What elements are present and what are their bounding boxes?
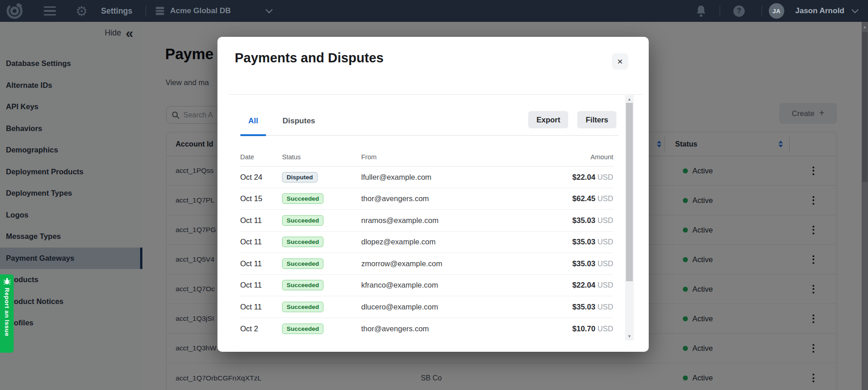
scroll-up-arrow-icon[interactable]: ▲ (862, 25, 868, 29)
cell-amount: $35.03 (572, 303, 595, 311)
cell-from: zmorrow@example.com (361, 259, 540, 268)
page-scrollbar-thumb[interactable] (862, 32, 868, 182)
cell-from: nramos@example.com (361, 216, 540, 225)
status-badge: Succeeded (282, 258, 323, 269)
modal-scroll-region: All Disputes Export Filters Date Status … (228, 94, 642, 340)
active-tab-underline (240, 134, 266, 136)
cell-amount: $10.70 (572, 324, 595, 333)
payment-row[interactable]: Oct 11 Succeeded nramos@example.com $35.… (240, 210, 613, 232)
cell-amount: $35.03 (572, 238, 595, 246)
cell-from: thor@avengers.com (361, 194, 540, 203)
database-selector[interactable]: Acme Global DB (170, 0, 231, 22)
topbar-divider (762, 5, 762, 16)
cell-date: Oct 11 (240, 238, 282, 246)
scroll-down-arrow-icon[interactable]: ▼ (625, 334, 634, 339)
cell-currency: USD (597, 216, 613, 224)
status-badge: Succeeded (282, 280, 323, 290)
user-menu-chevron-icon[interactable] (853, 0, 858, 22)
hamburger-menu-icon[interactable] (44, 0, 56, 22)
tab-disputes-label: Disputes (283, 116, 315, 126)
column-header-date: Date (240, 153, 282, 161)
scroll-up-arrow-icon[interactable]: ▲ (625, 97, 634, 101)
cell-currency: USD (597, 281, 613, 289)
filters-button[interactable]: Filters (577, 111, 616, 128)
cell-currency: USD (597, 238, 613, 246)
help-glyph: ? (733, 5, 745, 17)
cell-date: Oct 2 (240, 324, 282, 333)
cell-currency: USD (597, 173, 613, 181)
topbar-divider (146, 5, 146, 16)
column-header-from: From (361, 153, 540, 161)
cell-from: thor@avengers.com (361, 324, 540, 333)
tab-all[interactable]: All (240, 106, 266, 135)
payments-table-header: Date Status From Amount (240, 147, 613, 167)
topbar-settings-label: Settings (101, 0, 132, 22)
topbar-divider (720, 5, 720, 16)
status-badge: Succeeded (282, 237, 323, 247)
cell-from: dlopez@example.com (361, 238, 540, 246)
payment-row[interactable]: Oct 11 Succeeded kfranco@example.com $22… (240, 275, 613, 297)
cell-currency: USD (597, 324, 613, 333)
status-badge: Succeeded (282, 193, 323, 204)
help-icon[interactable]: ? (733, 0, 745, 22)
payment-row[interactable]: Oct 15 Succeeded thor@avengers.com $62.4… (240, 188, 613, 210)
report-issue-label: Report an Issue (4, 288, 10, 336)
payment-row[interactable]: Oct 11 Succeeded dlucero@example.com $35… (240, 296, 613, 318)
tab-disputes[interactable]: Disputes (276, 106, 322, 135)
cell-amount: $22.04 (572, 173, 595, 181)
cell-from: kfranco@example.com (361, 281, 540, 289)
payments-table-body: Oct 24 Disputed lfuller@example.com $22.… (240, 167, 613, 339)
avatar-initials: JA (769, 3, 784, 19)
cell-date: Oct 11 (240, 303, 282, 311)
cell-amount: $62.45 (572, 194, 595, 203)
gear-icon: ⚙ (76, 0, 88, 22)
payment-row[interactable]: Oct 2 Succeeded thor@avengers.com $10.70… (240, 318, 613, 340)
payments-disputes-modal: Payments and Disputes × All Disputes Exp… (217, 37, 649, 352)
status-badge: Disputed (282, 172, 318, 182)
payment-row[interactable]: Oct 11 Succeeded dlopez@example.com $35.… (240, 232, 613, 253)
payment-row[interactable]: Oct 24 Disputed lfuller@example.com $22.… (240, 167, 613, 188)
tab-all-label: All (248, 116, 258, 126)
user-name[interactable]: Jason Arnold (795, 0, 844, 22)
report-issue-tab[interactable]: Report an Issue (0, 274, 14, 353)
status-badge: Succeeded (282, 324, 323, 334)
cell-amount: $35.03 (572, 216, 595, 224)
column-header-amount: Amount (540, 153, 613, 161)
export-button[interactable]: Export (528, 111, 568, 128)
cell-date: Oct 24 (240, 173, 282, 182)
cell-currency: USD (597, 194, 613, 203)
modal-actions: Export Filters (528, 111, 616, 128)
cell-currency: USD (597, 303, 613, 311)
cell-date: Oct 11 (240, 259, 282, 268)
user-avatar[interactable]: JA (769, 0, 784, 22)
bug-icon (3, 278, 11, 285)
cell-from: dlucero@example.com (361, 303, 540, 311)
status-badge: Succeeded (282, 302, 323, 312)
cell-date: Oct 11 (240, 281, 282, 289)
cell-date: Oct 15 (240, 194, 282, 203)
chevron-down-icon[interactable] (267, 0, 272, 22)
cell-currency: USD (597, 259, 613, 268)
modal-scrollbar-thumb[interactable] (626, 103, 633, 281)
cell-amount: $22.04 (572, 281, 595, 289)
database-icon (156, 0, 164, 22)
cell-date: Oct 11 (240, 216, 282, 225)
cell-amount: $35.03 (572, 259, 595, 268)
app-root: ⚙ Settings Acme Global DB ? JA Jason Arn… (0, 0, 868, 390)
modal-scrollbar[interactable]: ▲ ▼ (625, 95, 634, 340)
modal-title: Payments and Disputes (235, 51, 384, 66)
app-logo-icon[interactable] (5, 0, 24, 22)
payment-row[interactable]: Oct 11 Succeeded zmorrow@example.com $35… (240, 253, 613, 275)
page-scrollbar[interactable]: ▲ (862, 22, 868, 390)
cell-from: lfuller@example.com (361, 173, 540, 182)
column-header-status: Status (282, 153, 361, 161)
top-bar: ⚙ Settings Acme Global DB ? JA Jason Arn… (0, 0, 868, 22)
status-badge: Succeeded (282, 215, 323, 226)
close-icon[interactable]: × (612, 53, 628, 70)
notifications-bell-icon[interactable] (695, 0, 707, 22)
